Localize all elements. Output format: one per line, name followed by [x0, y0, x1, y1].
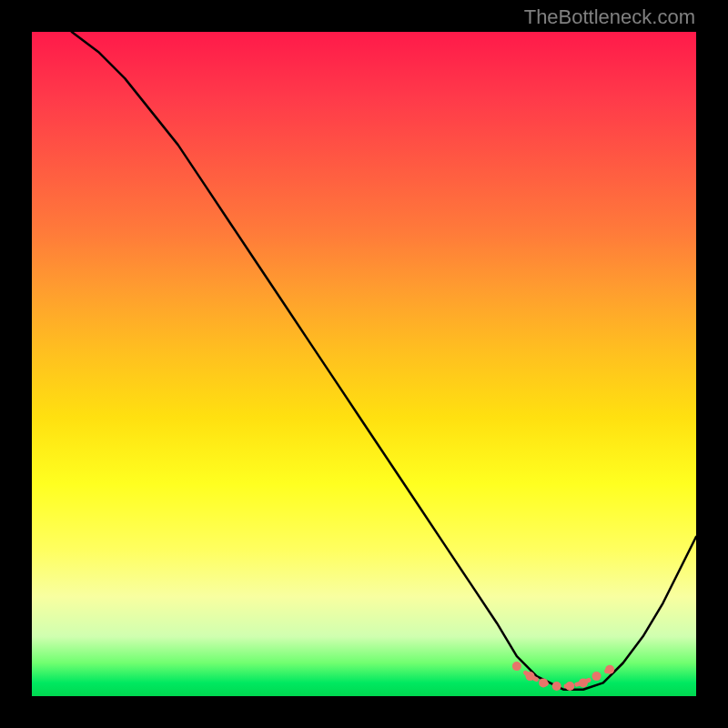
svg-point-4: [565, 682, 574, 691]
chart-svg: [32, 32, 696, 696]
svg-point-1: [526, 672, 535, 681]
bottleneck-curve: [72, 32, 696, 690]
chart-container: TheBottleneck.com: [0, 0, 728, 728]
svg-point-2: [539, 678, 548, 687]
watermark-text: TheBottleneck.com: [524, 5, 695, 29]
svg-point-0: [512, 662, 521, 671]
svg-point-6: [592, 672, 602, 681]
svg-point-3: [552, 682, 561, 691]
svg-point-7: [605, 665, 614, 674]
svg-point-5: [579, 678, 588, 687]
plot-area: [32, 32, 696, 696]
